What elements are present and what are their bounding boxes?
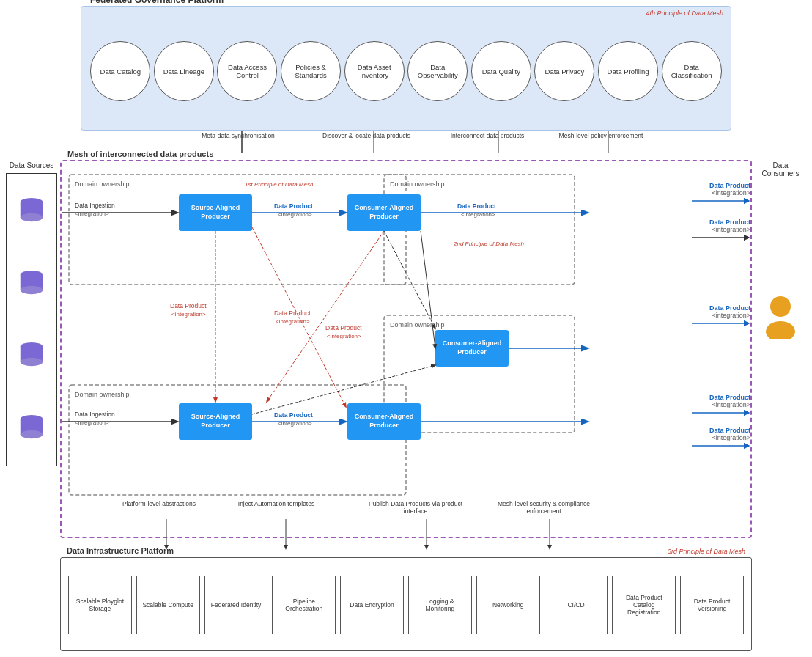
svg-rect-20 bbox=[384, 175, 575, 285]
db-icon-2 bbox=[18, 269, 45, 298]
svg-text:<integration>: <integration> bbox=[461, 211, 495, 218]
svg-rect-19 bbox=[69, 175, 406, 285]
data-consumers: Data Consumers bbox=[755, 161, 806, 342]
svg-point-7 bbox=[21, 213, 43, 221]
infra-box: Logging & Monitoring bbox=[408, 576, 472, 634]
bottom-label-4: Mesh-level security & compliance enforce… bbox=[489, 500, 599, 515]
svg-text:<integration>: <integration> bbox=[327, 333, 361, 339]
anno-discover: Discover & locate data products bbox=[322, 132, 410, 139]
svg-text:Data Product: Data Product bbox=[274, 411, 313, 419]
db-icon-4 bbox=[18, 414, 45, 443]
svg-text:Domain ownership: Domain ownership bbox=[390, 180, 445, 188]
svg-text:Data Ingestion: Data Ingestion bbox=[75, 411, 115, 418]
infra-box: Data Encryption bbox=[340, 576, 404, 634]
svg-line-72 bbox=[252, 365, 435, 414]
svg-line-71 bbox=[384, 231, 435, 328]
db-icon-3 bbox=[18, 341, 45, 370]
svg-text:Domain ownership: Domain ownership bbox=[75, 180, 130, 188]
svg-text:Source-Aligned: Source-Aligned bbox=[191, 204, 240, 211]
data-consumers-title: Data Consumers bbox=[755, 161, 806, 177]
infra-box: Scalable Compute bbox=[136, 576, 200, 634]
infra-principle: 3rd Principle of Data Mesh bbox=[668, 548, 745, 555]
svg-text:Consumer-Aligned: Consumer-Aligned bbox=[355, 204, 414, 211]
svg-text:Producer: Producer bbox=[457, 348, 487, 356]
gov-circle: Data Observability bbox=[407, 41, 468, 101]
bottom-label-2: Inject Automation templates bbox=[229, 500, 324, 507]
bottom-annotations: Platform-level abstractions Inject Autom… bbox=[60, 519, 752, 541]
mesh-svg: Domain ownership 1st Principle of Data M… bbox=[62, 161, 750, 537]
dp-right-3: Data Product <integration> bbox=[692, 304, 750, 329]
svg-rect-40 bbox=[347, 403, 421, 440]
svg-line-53 bbox=[421, 231, 435, 348]
infra-box: Federated Identity bbox=[204, 576, 268, 634]
svg-text:1st Principle of Data Mesh: 1st Principle of Data Mesh bbox=[245, 181, 314, 188]
dp-right-1: Data Product <integration> bbox=[692, 182, 750, 207]
db-icon-1 bbox=[18, 197, 45, 226]
gov-circle: Data Access Control bbox=[217, 41, 277, 101]
gov-circle: Data Classification bbox=[662, 41, 722, 101]
data-sources-title: Data Sources bbox=[6, 161, 57, 169]
data-sources-box bbox=[6, 173, 57, 466]
svg-point-16 bbox=[21, 430, 43, 438]
svg-point-10 bbox=[21, 286, 43, 294]
svg-text:Data Product: Data Product bbox=[325, 324, 362, 331]
svg-text:Domain ownership: Domain ownership bbox=[75, 391, 130, 398]
main-container: Federated Governance Platform 4th Princi… bbox=[0, 0, 812, 657]
svg-text:Data Ingestion: Data Ingestion bbox=[75, 202, 115, 209]
svg-text:<integration>: <integration> bbox=[278, 211, 312, 218]
gov-circles: Data CatalogData LineageData Access Cont… bbox=[81, 7, 731, 130]
bottom-label-1: Platform-level abstractions bbox=[111, 500, 207, 507]
gov-circle: Data Profiling bbox=[598, 41, 658, 101]
svg-text:Domain ownership: Domain ownership bbox=[390, 321, 445, 328]
gov-circle: Policies & Standards bbox=[281, 41, 341, 101]
svg-rect-31 bbox=[347, 194, 421, 231]
infra-platform-title: Data Infrastructure Platform bbox=[67, 546, 174, 555]
infra-box: Scalable Ployglot Storage bbox=[68, 576, 132, 634]
svg-rect-37 bbox=[179, 403, 252, 440]
gov-platform: Federated Governance Platform 4th Princi… bbox=[81, 6, 731, 131]
svg-text:Source-Aligned: Source-Aligned bbox=[191, 413, 240, 420]
svg-text:2nd Principle of Data Mesh: 2nd Principle of Data Mesh bbox=[453, 241, 525, 247]
gov-circle: Data Quality bbox=[471, 41, 531, 101]
anno-interconnect: Interconnect data products bbox=[443, 132, 531, 139]
svg-text:<integration>: <integration> bbox=[75, 419, 109, 426]
svg-text:<integration>: <integration> bbox=[276, 318, 310, 325]
svg-text:Data Product: Data Product bbox=[274, 202, 313, 210]
svg-text:Data Product: Data Product bbox=[170, 302, 207, 309]
infra-box: Pipeline Orchestration bbox=[272, 576, 336, 634]
svg-rect-21 bbox=[69, 385, 406, 495]
svg-text:Producer: Producer bbox=[369, 213, 399, 220]
gov-platform-title: Federated Governance Platform bbox=[90, 0, 224, 5]
svg-text:Producer: Producer bbox=[201, 422, 230, 429]
svg-point-13 bbox=[21, 358, 43, 366]
infra-box: Data Product Versioning bbox=[680, 576, 744, 634]
anno-meta-sync: Meta-data synchronisation bbox=[194, 132, 282, 139]
svg-rect-34 bbox=[435, 330, 509, 367]
dp-right-5: Data Product <integration> bbox=[692, 427, 750, 452]
gov-platform-principle: 4th Principle of Data Mesh bbox=[646, 10, 723, 17]
svg-point-17 bbox=[770, 296, 791, 317]
infra-boxes: Scalable Ployglot StorageScalable Comput… bbox=[61, 558, 751, 650]
dp-right-4: Data Product <integration> bbox=[692, 394, 750, 419]
svg-text:Producer: Producer bbox=[201, 213, 230, 220]
infra-platform: Data Infrastructure Platform 3rd Princip… bbox=[60, 557, 752, 651]
data-sources: Data Sources bbox=[6, 161, 57, 466]
svg-text:<integration>: <integration> bbox=[278, 420, 312, 427]
gov-circle: Data Catalog bbox=[90, 41, 150, 101]
dp-right-2: Data Product <integration> bbox=[692, 219, 750, 243]
bottom-label-3: Publish Data Products via product interf… bbox=[364, 500, 467, 515]
mesh-title: Mesh of interconnected data products bbox=[67, 150, 213, 158]
svg-text:Data Product: Data Product bbox=[274, 309, 311, 317]
svg-text:<integration>: <integration> bbox=[171, 311, 206, 318]
svg-text:<integration>: <integration> bbox=[75, 210, 109, 217]
infra-box: Networking bbox=[476, 576, 540, 634]
svg-rect-22 bbox=[384, 315, 575, 433]
mesh-area: Mesh of interconnected data products bbox=[60, 160, 752, 538]
svg-point-18 bbox=[766, 321, 795, 339]
gov-circle: Data Lineage bbox=[154, 41, 214, 101]
svg-rect-28 bbox=[179, 194, 252, 231]
svg-line-60 bbox=[267, 231, 384, 402]
svg-text:Producer: Producer bbox=[369, 422, 399, 429]
person-icon bbox=[755, 295, 806, 342]
svg-text:Consumer-Aligned: Consumer-Aligned bbox=[443, 339, 502, 347]
